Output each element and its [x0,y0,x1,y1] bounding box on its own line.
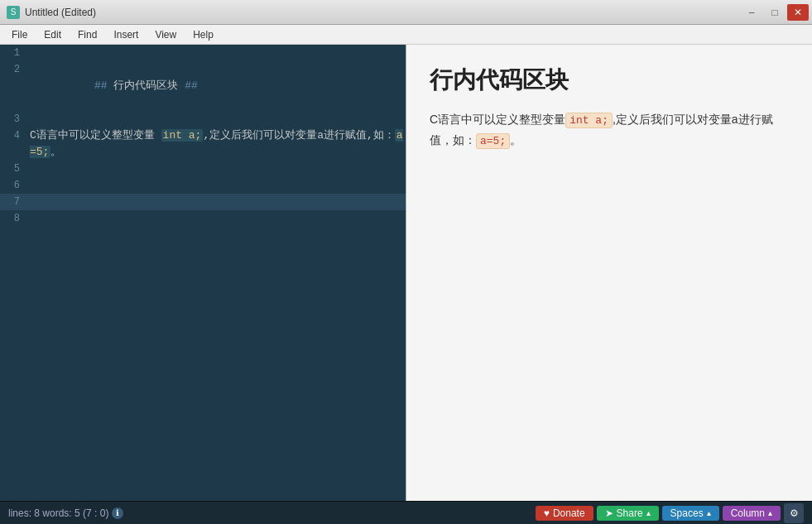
spaces-label: Spaces [670,507,704,519]
gear-icon: ⚙ [790,507,799,519]
menu-find[interactable]: Find [70,27,105,42]
stats-text: lines: 8 words: 5 (7 : 0) [8,507,108,519]
line-number: 6 [0,177,26,194]
app-icon: S [7,6,20,19]
line-number: 4 [0,127,26,161]
line-number: 7 [0,194,26,210]
editor-line: 1 [0,45,406,61]
preview-pane: 行内代码区块 C语言中可以定义整型变量int a;,定义后我们可以对变量a进行赋… [406,45,812,501]
window-title: Untitled (Edited) [25,7,96,18]
donate-icon: ♥ [544,507,550,519]
statusbar-right: ♥ Donate ➤ Share Spaces Column ⚙ [536,503,804,523]
menubar: File Edit Find Insert View Help [0,25,812,45]
menu-insert[interactable]: Insert [105,27,147,42]
code-inline-2: a=5; [30,129,403,158]
column-label: Column [731,507,765,519]
line-number: 2 [0,61,26,111]
menu-view[interactable]: View [147,27,185,42]
editor-line: 8 [0,210,406,227]
window-controls: – □ ✕ [741,4,809,21]
line-number: 8 [0,210,26,227]
preview-text-post: 。 [510,133,521,147]
line-number: 1 [0,45,26,61]
titlebar: S Untitled (Edited) – □ ✕ [0,0,812,25]
line-number: 5 [0,161,26,177]
editor-pane[interactable]: 1 2 ## 行内代码区块 ## 3 4 C语言中可以定义整型变量 int a;… [0,45,406,501]
statusbar: lines: 8 words: 5 (7 : 0) ℹ ♥ Donate ➤ S… [0,501,812,524]
preview-text-pre: C语言中可以定义整型变量 [430,113,565,126]
preview-code2: a=5; [476,133,510,149]
line-content: C语言中可以定义整型变量 int a;,定义后我们可以对变量a进行赋值,如：a=… [26,127,406,161]
line-content [26,161,406,177]
editor-content: 1 2 ## 行内代码区块 ## 3 4 C语言中可以定义整型变量 int a;… [0,45,406,501]
donate-button[interactable]: ♥ Donate [536,506,593,521]
gear-button[interactable]: ⚙ [784,503,804,523]
hash-marker: ## [94,79,108,92]
line-content [26,177,406,194]
close-button[interactable]: ✕ [787,4,809,21]
preview-heading: 行内代码区块 [430,65,789,96]
menu-edit[interactable]: Edit [36,27,70,42]
editor-line: 3 [0,111,406,127]
preview-code1: int a; [565,113,613,128]
preview-paragraph: C语言中可以定义整型变量int a;,定义后我们可以对变量a进行赋值，如：a=5… [430,109,789,151]
line-content [26,210,406,227]
line-content: ## 行内代码区块 ## [26,61,406,111]
line-content [26,111,406,127]
main-area: 1 2 ## 行内代码区块 ## 3 4 C语言中可以定义整型变量 int a;… [0,45,812,501]
menu-file[interactable]: File [3,27,36,42]
code-inline-1: int a; [161,129,204,142]
editor-line: 5 [0,161,406,177]
menu-help[interactable]: Help [185,27,222,42]
editor-line: 6 [0,177,406,194]
line-content [26,194,406,210]
info-icon[interactable]: ℹ [112,507,123,519]
share-button[interactable]: ➤ Share [597,506,659,521]
spaces-button[interactable]: Spaces [662,506,719,521]
maximize-button[interactable]: □ [764,4,786,21]
hash-marker: ## [185,79,198,92]
donate-label: Donate [553,507,585,519]
status-info: lines: 8 words: 5 (7 : 0) ℹ [8,507,529,519]
line-content [26,45,406,61]
share-icon: ➤ [605,507,613,519]
minimize-button[interactable]: – [741,4,762,21]
share-label: Share [617,507,643,519]
column-button[interactable]: Column [723,506,781,521]
editor-line: 4 C语言中可以定义整型变量 int a;,定义后我们可以对变量a进行赋值,如：… [0,127,406,161]
editor-line: 2 ## 行内代码区块 ## [0,61,406,111]
line-number: 3 [0,111,26,127]
heading-text: 行内代码区块 [108,79,185,92]
editor-line-active: 7 [0,194,406,210]
